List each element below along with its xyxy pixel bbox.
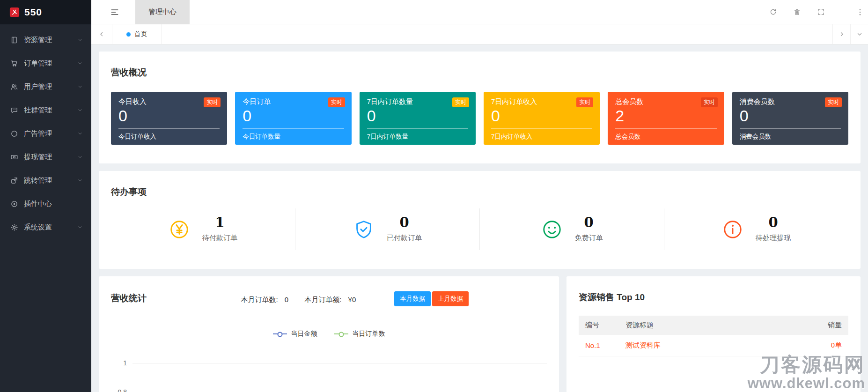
revenue-stats-header: 营收统计 本月订单数: 0 本月订单额: ¥0 本月数据 上月数据 — [111, 291, 547, 308]
ad-icon — [10, 130, 18, 138]
sidebar-nav: 资源管理 订单管理 用户管理 社群管理 广告管理 — [0, 28, 91, 239]
sidebar-item-community[interactable]: 社群管理 — [0, 98, 91, 122]
todo-item-paid-orders[interactable]: 0 已付款订单 — [295, 208, 479, 250]
more-menu-icon[interactable] — [856, 8, 864, 16]
users-icon — [10, 83, 18, 91]
month-amount-value: ¥0 — [348, 296, 356, 303]
realtime-badge: 实时 — [452, 97, 469, 107]
col-header-no: 编号 — [579, 316, 619, 335]
redirect-icon — [10, 177, 18, 185]
stat-card-value: 0 — [367, 106, 468, 126]
chart-grid-row: 1 — [111, 348, 547, 377]
top-sales-title: 资源销售 Top 10 — [579, 291, 848, 303]
tab-home[interactable]: 首页 — [112, 24, 162, 44]
chart-legend: 当日金额 当日订单数 — [111, 330, 547, 338]
top-sales-panel: 资源销售 Top 10 编号 资源标题 销量 No.1 — [566, 276, 861, 392]
stat-cards-row: 今日收入 实时 0 今日订单收入 今日订单 实时 0 今日订单数量 — [111, 92, 848, 145]
app-layout: 550 资源管理 订单管理 用户管理 社群管理 — [0, 0, 868, 392]
sidebar-item-label: 跳转管理 — [24, 176, 77, 185]
revenue-line-chart: 1 0.8 — [111, 348, 547, 392]
sidebar-item-resource[interactable]: 资源管理 — [0, 28, 91, 52]
realtime-badge: 实时 — [701, 97, 718, 107]
sidebar: 550 资源管理 订单管理 用户管理 社群管理 — [0, 0, 91, 392]
sidebar-item-order[interactable]: 订单管理 — [0, 52, 91, 75]
sidebar-item-label: 插件中心 — [24, 200, 83, 208]
tab-admin-center-label: 管理中心 — [148, 7, 177, 16]
stat-card-today-income: 今日收入 实时 0 今日订单收入 — [111, 92, 227, 145]
sidebar-item-ad[interactable]: 广告管理 — [0, 122, 91, 145]
sidebar-item-settings[interactable]: 系统设置 — [0, 215, 91, 239]
revenue-overview-title: 营收概况 — [111, 67, 848, 79]
app-logo: 550 — [0, 0, 91, 24]
sidebar-item-label: 系统设置 — [24, 223, 77, 232]
tabs-scroll-right-button[interactable] — [832, 24, 850, 44]
legend-daily-order-count[interactable]: 当日订单数 — [334, 330, 385, 338]
fullscreen-icon[interactable] — [817, 8, 825, 16]
resource-title-link[interactable]: 测试资料库 — [619, 335, 803, 356]
legend-daily-amount[interactable]: 当日金额 — [273, 330, 317, 338]
todo-item-value: 0 — [575, 216, 603, 229]
stat-card-divider — [740, 128, 841, 129]
current-month-button[interactable]: 本月数据 — [394, 291, 431, 306]
stat-card-value: 0 — [118, 106, 220, 126]
legend-marker-icon — [273, 333, 287, 334]
todo-item-value: 0 — [387, 216, 422, 229]
yen-circle-icon — [169, 219, 190, 240]
tabs-menu-button[interactable] — [850, 24, 868, 44]
chevron-down-icon — [77, 60, 83, 66]
stat-card-week-income: 7日内订单收入 实时 0 7日内订单收入 — [484, 92, 600, 145]
stat-card-subtitle: 7日内订单收入 — [491, 133, 592, 141]
sidebar-item-redirect[interactable]: 跳转管理 — [0, 169, 91, 192]
tabs-scroll-left-button[interactable] — [91, 24, 112, 44]
sidebar-item-user[interactable]: 用户管理 — [0, 75, 91, 98]
sidebar-item-label: 提现管理 — [24, 153, 77, 162]
plugin-icon — [10, 200, 18, 208]
month-amount-label: 本月订单额: — [304, 296, 341, 303]
chevron-down-icon — [77, 224, 83, 230]
row-rank: No.1 — [579, 335, 619, 356]
y-axis-tick: 0.8 — [111, 388, 132, 392]
y-axis-tick: 1 — [111, 359, 132, 367]
tabbar-right-controls — [832, 24, 868, 44]
collapse-sidebar-icon[interactable] — [110, 7, 119, 17]
stat-card-week-orders: 7日内订单数量 实时 0 7日内订单数量 — [360, 92, 476, 145]
todo-item-value: 1 — [202, 216, 237, 229]
todo-row: 1 待付款订单 0 已付款订单 — [111, 208, 848, 250]
todo-item-label: 已付款订单 — [387, 234, 422, 243]
todo-item-free-orders[interactable]: 0 免费订单 — [479, 208, 664, 250]
todo-item-text: 1 待付款订单 — [202, 216, 237, 243]
trash-icon[interactable] — [793, 8, 801, 16]
sidebar-item-withdraw[interactable]: 提现管理 — [0, 145, 91, 169]
todo-item-pending-payment[interactable]: 1 待付款订单 — [111, 208, 295, 250]
bottom-row: 营收统计 本月订单数: 0 本月订单额: ¥0 本月数据 上月数据 — [99, 276, 861, 392]
todo-item-pending-withdrawals[interactable]: 0 待处理提现 — [664, 208, 848, 250]
refresh-icon[interactable] — [769, 8, 777, 16]
stat-card-divider — [491, 128, 592, 129]
top-sales-table: 编号 资源标题 销量 No.1 测试资料库 0单 — [579, 316, 848, 356]
topbar: 管理中心 — [91, 0, 868, 24]
topbar-actions — [769, 8, 825, 16]
chevron-right-icon — [839, 31, 845, 37]
legend-label: 当日订单数 — [353, 330, 385, 338]
smile-icon — [541, 219, 563, 240]
sidebar-item-plugin[interactable]: 插件中心 — [0, 192, 91, 215]
stat-card-consuming-members: 消费会员数 实时 0 消费会员数 — [732, 92, 848, 145]
stat-card-divider — [615, 128, 716, 129]
tab-admin-center[interactable]: 管理中心 — [135, 0, 190, 24]
last-month-button[interactable]: 上月数据 — [432, 291, 469, 306]
stat-card-value: 2 — [615, 106, 716, 126]
realtime-badge: 实时 — [576, 97, 593, 107]
sidebar-item-label: 资源管理 — [24, 36, 77, 44]
todo-item-value: 0 — [756, 216, 791, 229]
stat-card-divider — [118, 128, 220, 129]
legend-label: 当日金额 — [291, 330, 317, 338]
period-buttons: 本月数据 上月数据 — [394, 291, 469, 306]
todo-item-text: 0 已付款订单 — [387, 216, 422, 243]
chevron-left-icon — [98, 31, 105, 37]
table-row: No.1 测试资料库 0单 — [579, 335, 848, 356]
revenue-overview-panel: 营收概况 今日收入 实时 0 今日订单收入 今日订单 实时 0 今日订单 — [99, 52, 861, 163]
sidebar-item-label: 广告管理 — [24, 129, 77, 138]
chevron-down-icon — [77, 154, 83, 160]
todo-item-label: 免费订单 — [575, 234, 603, 243]
revenue-stats-panel: 营收统计 本月订单数: 0 本月订单额: ¥0 本月数据 上月数据 — [99, 276, 559, 392]
